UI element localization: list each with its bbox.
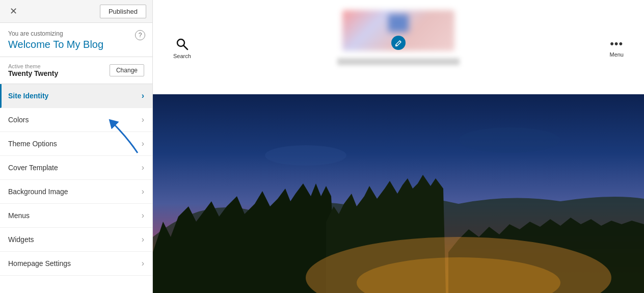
chevron-icon-menus: › [142, 211, 144, 220]
active-theme-info: Active theme Twenty Twenty [8, 63, 58, 77]
customizing-label: You are customizing [8, 30, 144, 37]
active-theme-name: Twenty Twenty [8, 69, 58, 77]
nav-item-label-menus: Menus [8, 211, 30, 220]
nav-item-menus[interactable]: Menus› [0, 204, 152, 228]
chevron-icon-homepage-settings: › [142, 259, 144, 268]
nav-item-cover-template[interactable]: Cover Template› [0, 156, 152, 180]
nav-item-homepage-settings[interactable]: Homepage Settings› [0, 252, 152, 276]
nav-items-list: Site Identity›Colors›Theme Options›Cover… [0, 84, 152, 276]
nav-item-label-widgets: Widgets [8, 235, 34, 244]
chevron-icon-site-identity: › [142, 91, 144, 100]
svg-point-7 [459, 127, 560, 153]
nav-item-label-background-image: Background Image [8, 188, 68, 196]
menu-label: Menu [609, 51, 624, 58]
preview-menu[interactable]: ••• Menu [609, 37, 624, 58]
preview-header: Search ••• Menu [153, 0, 644, 94]
menu-dots-icon: ••• [610, 37, 623, 50]
search-icon [174, 36, 190, 52]
svg-line-2 [184, 45, 188, 49]
nav-item-label-homepage-settings: Homepage Settings [8, 259, 71, 268]
published-button[interactable]: Published [100, 5, 146, 18]
chevron-icon-theme-options: › [142, 139, 144, 148]
site-title-blurred [337, 58, 460, 65]
chevron-icon-colors: › [142, 115, 144, 124]
preview-area: Search ••• Menu [153, 0, 644, 293]
customizing-section: You are customizing Welcome To My Blog ? [0, 23, 152, 57]
sidebar: ✕ Published You are customizing Welcome … [0, 0, 153, 293]
nav-item-site-identity[interactable]: Site Identity› [0, 84, 152, 108]
customizing-title: Welcome To My Blog [8, 38, 144, 50]
nav-item-widgets[interactable]: Widgets› [0, 228, 152, 252]
nav-item-label-cover-template: Cover Template [8, 164, 58, 172]
sidebar-scroll-area: You are customizing Welcome To My Blog ?… [0, 23, 152, 293]
nav-item-label-site-identity: Site Identity [8, 92, 48, 100]
active-theme-section: Active theme Twenty Twenty Change [0, 57, 152, 84]
nav-item-colors[interactable]: Colors› [0, 108, 152, 132]
chevron-icon-widgets: › [142, 235, 144, 244]
nav-item-label-colors: Colors [8, 116, 29, 124]
chevron-icon-background-image: › [142, 187, 144, 196]
active-theme-label: Active theme [8, 63, 58, 69]
preview-landscape-image [153, 94, 644, 293]
edit-logo-button[interactable] [391, 36, 406, 50]
preview-logo-area [337, 10, 460, 65]
nav-item-label-theme-options: Theme Options [8, 140, 57, 148]
search-label: Search [173, 53, 191, 59]
close-button[interactable]: ✕ [6, 4, 20, 18]
sidebar-topbar: ✕ Published [0, 0, 152, 23]
preview-search[interactable]: Search [173, 36, 191, 59]
nav-item-theme-options[interactable]: Theme Options› [0, 132, 152, 156]
help-icon[interactable]: ? [135, 30, 145, 40]
svg-point-6 [265, 145, 346, 166]
chevron-icon-cover-template: › [142, 163, 144, 172]
change-theme-button[interactable]: Change [110, 64, 144, 76]
nav-item-background-image[interactable]: Background Image› [0, 180, 152, 204]
